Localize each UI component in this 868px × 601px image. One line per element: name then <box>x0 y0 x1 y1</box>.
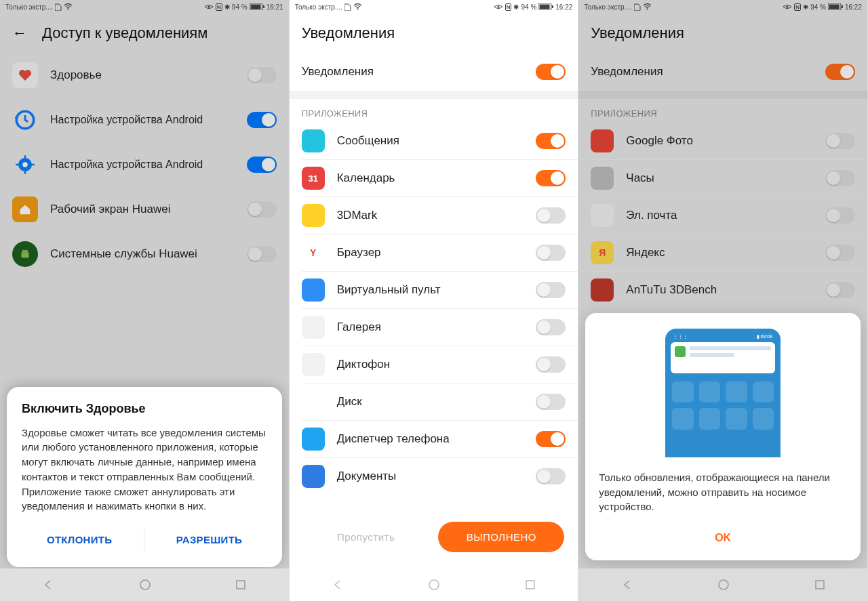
list-item-device-setup-2[interactable]: Настройка устройства Android <box>0 142 289 187</box>
toggle[interactable] <box>825 170 855 186</box>
skip-button[interactable]: Пропустить <box>303 522 429 552</box>
app-row[interactable]: Галерея <box>290 309 578 346</box>
app-row[interactable]: Диктофон <box>290 346 578 383</box>
toggle[interactable] <box>536 394 566 410</box>
app-row[interactable]: Диск <box>290 384 578 420</box>
toggle[interactable] <box>536 133 566 149</box>
app-row[interactable]: Виртуальный пульт <box>290 272 578 308</box>
toggle[interactable] <box>247 67 277 83</box>
info-dialog: ⋮⋮⋮▮ 08:08 Только обновления, отображающ… <box>585 313 861 560</box>
home-icon <box>18 202 33 217</box>
svg-point-0 <box>68 9 69 10</box>
page-title: Уведомления <box>591 24 684 42</box>
header: Уведомления <box>290 14 578 53</box>
list-item-health[interactable]: Здоровье <box>0 53 289 98</box>
app-label: Виртуальный пульт <box>337 283 536 297</box>
toggle[interactable] <box>536 170 566 186</box>
clock-text: 16:22 <box>555 3 572 11</box>
app-row[interactable]: Часы <box>578 160 867 196</box>
toggle[interactable] <box>536 356 566 373</box>
nav-back-icon[interactable] <box>42 579 54 591</box>
nav-home-icon[interactable] <box>139 579 151 591</box>
list-item-device-setup[interactable]: Настройка устройства Android <box>0 98 289 142</box>
toggle[interactable] <box>247 112 277 128</box>
toggle[interactable] <box>536 468 566 484</box>
svg-point-15 <box>140 580 150 589</box>
nav-back-icon[interactable] <box>621 579 633 591</box>
app-icon: Я <box>591 241 614 264</box>
toggle[interactable] <box>825 64 855 80</box>
nav-recent-icon[interactable] <box>235 579 246 590</box>
app-row[interactable]: 3DMark <box>290 197 578 234</box>
toggle[interactable] <box>536 207 566 224</box>
nav-home-icon[interactable] <box>428 579 440 591</box>
nav-home-icon[interactable] <box>717 579 730 591</box>
toggle[interactable] <box>247 157 277 173</box>
deny-button[interactable]: ОТКЛОНИТЬ <box>22 527 137 552</box>
master-toggle-row[interactable]: Уведомления <box>290 53 578 91</box>
battery-pct: 94 % <box>232 3 248 11</box>
app-label: Часы <box>626 171 825 185</box>
app-icon <box>302 428 325 451</box>
svg-rect-28 <box>842 5 843 8</box>
svg-point-24 <box>646 9 648 10</box>
app-label: Диктофон <box>337 357 536 371</box>
toggle[interactable] <box>825 282 855 298</box>
nav-recent-icon[interactable] <box>814 579 825 590</box>
app-row[interactable]: AnTuTu 3DBench <box>578 272 867 308</box>
info-illustration: ⋮⋮⋮▮ 08:08 <box>599 325 847 461</box>
nav-recent-icon[interactable] <box>525 579 536 590</box>
header: Уведомления <box>578 14 867 53</box>
toggle[interactable] <box>536 431 566 447</box>
svg-rect-10 <box>16 164 19 166</box>
app-row[interactable]: Документы <box>290 458 578 495</box>
sim-icon <box>55 3 62 11</box>
master-toggle-label: Уведомления <box>302 64 536 79</box>
restore-icon <box>14 108 37 131</box>
app-row[interactable]: YБраузер <box>290 234 578 271</box>
svg-point-22 <box>429 580 439 589</box>
toggle[interactable] <box>536 319 566 335</box>
app-row[interactable]: Диспетчер телефона <box>290 421 578 457</box>
svg-rect-30 <box>816 581 824 589</box>
dialog-title: Включить Здоровье <box>22 402 267 416</box>
done-button[interactable]: ВЫПОЛНЕНО <box>438 522 564 552</box>
app-icon <box>591 204 614 227</box>
app-row[interactable]: Сообщения <box>290 123 578 159</box>
app-row[interactable]: Google Фото <box>578 123 867 159</box>
gear-icon <box>15 154 35 175</box>
battery-icon <box>538 3 553 10</box>
toggle[interactable] <box>247 246 277 262</box>
app-icon <box>302 390 325 413</box>
list-item-huawei-home[interactable]: Рабочий экран Huawei <box>0 187 289 232</box>
toggle[interactable] <box>247 201 277 217</box>
nfc-icon: N <box>794 3 801 11</box>
allow-button[interactable]: РАЗРЕШИТЬ <box>151 527 267 552</box>
toggle[interactable] <box>825 133 855 149</box>
app-label: Диспетчер телефона <box>337 432 536 446</box>
toggle[interactable] <box>536 282 566 298</box>
svg-point-29 <box>719 580 728 589</box>
app-label: Браузер <box>337 245 536 260</box>
app-row[interactable]: ЯЯндекс <box>578 234 867 271</box>
toggle[interactable] <box>536 64 566 80</box>
status-bar: Только экстр.... N ✱ 94 % 16:22 <box>290 0 578 14</box>
toggle[interactable] <box>825 245 855 261</box>
nav-back-icon[interactable] <box>332 579 344 591</box>
back-arrow-icon[interactable]: ← <box>12 24 27 42</box>
toggle[interactable] <box>825 207 855 224</box>
app-row[interactable]: 31Календарь <box>290 160 578 196</box>
svg-point-17 <box>357 9 359 10</box>
master-toggle-row[interactable]: Уведомления <box>578 53 867 91</box>
battery-icon <box>250 3 264 10</box>
dialog-body: Здоровье сможет читать все уведомления с… <box>22 426 267 514</box>
ok-button[interactable]: OK <box>599 524 847 552</box>
nfc-icon: N <box>505 3 512 11</box>
battery-pct: 94 % <box>521 3 536 11</box>
app-row[interactable]: Эл. почта <box>578 197 867 234</box>
app-label: Сообщения <box>337 133 536 148</box>
list-item-huawei-services[interactable]: Системные службы Huawei <box>0 232 289 276</box>
wifi-icon <box>353 3 362 10</box>
toggle[interactable] <box>536 245 566 261</box>
page-title: Уведомления <box>302 24 395 42</box>
